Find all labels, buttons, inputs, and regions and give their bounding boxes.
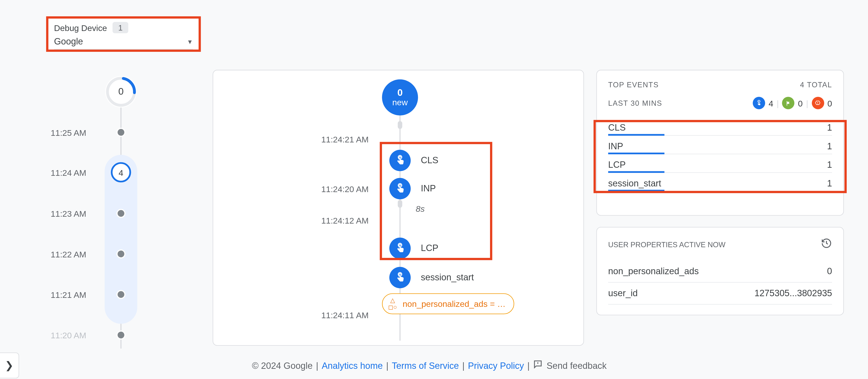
timeline-stop-selected[interactable]: 11:24 AM 4	[51, 161, 191, 183]
user-property-name: user_id	[608, 288, 638, 298]
user-properties-title: USER PROPERTIES ACTIVE NOW	[608, 240, 725, 249]
timeline-dot	[117, 290, 126, 299]
top-events-stat-icons: 4 | 0 | 0	[753, 97, 832, 109]
timeline-dot-value: 4	[119, 168, 123, 177]
footer-link-privacy[interactable]: Privacy Policy	[468, 360, 524, 371]
user-property-pill-label: non_personalized_ads = …	[403, 299, 506, 309]
top-events-subtitle: LAST 30 MINS	[608, 99, 662, 108]
timeline-dot-selected: 4	[111, 162, 131, 182]
detail-timestamp: 11:24:21 AM	[321, 135, 369, 144]
top-event-row[interactable]: session_start 1	[608, 173, 832, 192]
user-property-value: 0	[827, 266, 832, 276]
flag-icon	[782, 97, 795, 109]
event-label: CLS	[421, 155, 438, 166]
timeline-stop-time: 11:23 AM	[51, 209, 98, 218]
new-events-bubble[interactable]: 0 new	[382, 80, 418, 115]
touch-count: 4	[769, 98, 773, 108]
timeline-stop[interactable]: 11:20 AM	[51, 324, 191, 346]
top-event-row[interactable]: INP 1	[608, 136, 832, 154]
right-column: TOP EVENTS 4 TOTAL LAST 30 MINS 4 | 0 |	[596, 70, 844, 326]
top-events-card: TOP EVENTS 4 TOTAL LAST 30 MINS 4 | 0 |	[596, 70, 844, 215]
top-event-row[interactable]: LCP 1	[608, 154, 832, 173]
debug-device-dropdown[interactable]: Google ▼	[54, 33, 193, 50]
debug-device-header: Debug Device 1	[54, 22, 193, 33]
event-label: session_start	[421, 272, 474, 283]
timeline-dot	[117, 209, 126, 218]
new-events-count: 0	[397, 88, 403, 97]
top-event-name: INP	[608, 141, 623, 151]
user-property-pill[interactable]: △◻○ non_personalized_ads = …	[382, 293, 514, 314]
timeline-stop-time: 11:24 AM	[51, 168, 98, 177]
debug-device-label: Debug Device	[54, 23, 107, 32]
top-event-count: 1	[827, 160, 832, 170]
error-icon	[812, 97, 824, 109]
top-events-total: 4 TOTAL	[800, 81, 832, 89]
user-property-row[interactable]: user_id 1275305...3802935	[608, 283, 832, 305]
detail-timestamp: 11:24:20 AM	[321, 184, 369, 194]
top-event-count: 1	[827, 178, 832, 188]
footer-link-tos[interactable]: Terms of Service	[392, 360, 459, 371]
timeline-dot	[117, 330, 126, 340]
touch-icon	[389, 237, 411, 259]
svg-rect-7	[818, 102, 818, 103]
user-properties-card: USER PROPERTIES ACTIVE NOW non_personali…	[596, 227, 844, 315]
timeline-stop-time: 11:20 AM	[51, 330, 98, 340]
expand-sidebar-button[interactable]: ❯	[0, 352, 19, 378]
top-event-count: 1	[827, 141, 832, 151]
chevron-down-icon: ▼	[187, 38, 193, 45]
timeline-stop-time: 11:25 AM	[51, 127, 98, 137]
footer-link-analytics-home[interactable]: Analytics home	[322, 360, 383, 371]
timeline-stop[interactable]: 11:22 AM	[51, 243, 191, 265]
timeline-stop[interactable]: 11:25 AM	[51, 121, 191, 144]
event-detail-card: 0 new 11:24:21 AM CLS INP 11:24:20 AM 8s…	[213, 70, 584, 346]
timeline-stop[interactable]: 11:23 AM	[51, 202, 191, 225]
event-label: LCP	[421, 243, 438, 253]
svg-point-1	[105, 76, 136, 108]
detail-timestamp: 11:24:11 AM	[321, 310, 369, 320]
touch-icon	[753, 97, 765, 109]
user-property-name: non_personalized_ads	[608, 266, 699, 276]
axis-tick	[398, 121, 402, 129]
time-gap-label: 8s	[416, 204, 425, 213]
axis-tick	[398, 200, 402, 208]
top-event-count: 1	[827, 123, 832, 133]
timeline-stop[interactable]: 11:21 AM	[51, 283, 191, 305]
debug-device-selector[interactable]: Debug Device 1 Google ▼	[46, 16, 201, 52]
event-row-session-start[interactable]: session_start	[389, 266, 474, 289]
page-footer: © 2024 Google | Analytics home | Terms o…	[213, 359, 646, 372]
timeline-dot	[117, 128, 126, 137]
touch-icon	[389, 267, 411, 288]
error-count: 0	[827, 98, 832, 108]
touch-icon	[389, 150, 411, 171]
event-label: INP	[421, 183, 436, 194]
top-event-name: CLS	[608, 123, 626, 133]
top-event-name: LCP	[608, 160, 626, 170]
user-property-row[interactable]: non_personalized_ads 0	[608, 261, 832, 283]
footer-copyright: © 2024 Google	[252, 360, 313, 371]
timeline-stop-time: 11:22 AM	[51, 249, 98, 259]
shapes-icon: △◻○	[388, 297, 397, 311]
debug-device-count-badge: 1	[113, 22, 128, 33]
timeline-top-counter[interactable]: 0	[105, 76, 136, 108]
chevron-right-icon: ❯	[5, 359, 13, 372]
top-event-name: session_start	[608, 178, 661, 188]
footer-feedback-link[interactable]: Send feedback	[547, 360, 607, 371]
top-events-title: TOP EVENTS	[608, 81, 659, 89]
event-row-lcp[interactable]: LCP	[389, 237, 438, 260]
top-event-row[interactable]: CLS 1	[608, 117, 832, 136]
flag-count: 0	[798, 98, 803, 108]
new-events-label: new	[392, 97, 408, 107]
minute-timeline: 0 11:25 AM 11:24 AM 4 11:23 AM 11:22 AM …	[51, 70, 191, 346]
user-property-value: 1275305...3802935	[754, 288, 832, 298]
detail-timestamp: 11:24:12 AM	[321, 216, 369, 225]
touch-icon	[389, 178, 411, 199]
timeline-stop-time: 11:21 AM	[51, 290, 98, 299]
timeline-dot	[117, 250, 126, 258]
event-row-inp[interactable]: INP	[389, 177, 436, 200]
feedback-icon	[533, 359, 543, 372]
event-row-cls[interactable]: CLS	[389, 149, 438, 172]
history-icon[interactable]	[821, 237, 832, 252]
svg-rect-8	[818, 104, 818, 104]
debug-device-selected: Google	[54, 37, 83, 47]
